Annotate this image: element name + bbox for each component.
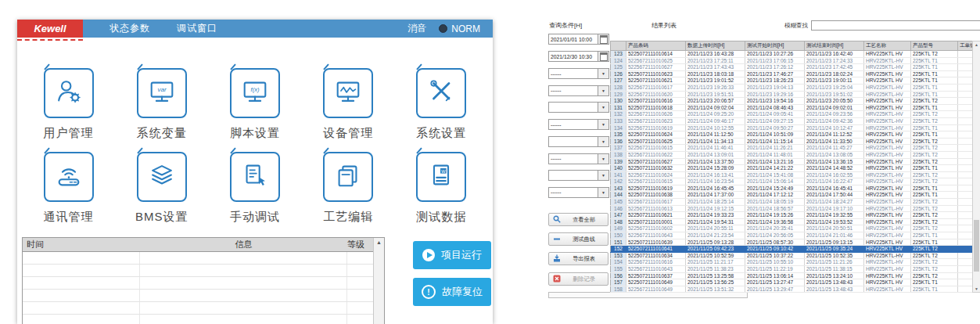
fuzzy-search-input[interactable]	[811, 20, 980, 31]
tile-user-management[interactable]: 用户管理	[22, 67, 115, 147]
result-row[interactable]: 12352250721110106142021/11/23 16:43:2820…	[611, 51, 973, 58]
fault-reset-button[interactable]: ! 故障复位	[413, 278, 491, 306]
calendar-button[interactable]	[598, 34, 609, 45]
result-row[interactable]: 15652250721110106372021/11/25 13:25:5820…	[611, 272, 973, 279]
result-row[interactable]: 15352250721110106342021/11/25 10:52:5920…	[611, 252, 973, 259]
results-column-header[interactable]: 产品条码	[626, 41, 686, 51]
result-row[interactable]: 14052250721110106322021/11/24 15:28:0920…	[611, 165, 973, 172]
end-time-value[interactable]: 2021/12/30 10:30	[548, 51, 598, 62]
test-curve-button[interactable]: 测试曲线	[548, 232, 608, 246]
results-scrollbar[interactable]: ▲ ▼	[972, 41, 980, 293]
tab-status-params[interactable]: 状态参数	[109, 22, 150, 35]
result-row[interactable]: 15452256721110106162021/11/25 11:21:1720…	[611, 259, 973, 266]
dropdown-value[interactable]	[548, 170, 598, 181]
result-row[interactable]: 14352250721110106192021/11/24 16:45:4520…	[611, 185, 973, 192]
result-row[interactable]: 13652250721110106252021/11/24 11:34:1320…	[611, 138, 973, 145]
result-row[interactable]: 13752256721110106152021/11/24 11:46:4120…	[611, 145, 973, 152]
start-time-value[interactable]: 2021/01/01 10:00	[548, 34, 598, 45]
tile-system-variables[interactable]: var系统变量	[115, 67, 208, 147]
result-row[interactable]: 12452256721110106252021/11/23 17:25:1120…	[611, 57, 973, 64]
results-column-header[interactable]: 测试开始时间[H]	[745, 41, 805, 51]
view-all-button[interactable]: 查看全部	[548, 213, 608, 226]
result-row[interactable]: 12852256721110106172021/11/23 19:26:3320…	[611, 84, 973, 91]
scroll-down-icon[interactable]: ▼	[973, 286, 980, 291]
result-row[interactable]: 14252256721110106152021/11/24 16:23:5420…	[611, 178, 973, 185]
scroll-up-icon[interactable]: ▲	[973, 42, 980, 47]
calendar-button[interactable]	[598, 51, 609, 62]
dropdown-value[interactable]	[548, 102, 598, 113]
dropdown-button[interactable]: ▼	[598, 85, 609, 96]
result-row[interactable]: 13952250721110106272021/11/24 13:37:5020…	[611, 158, 973, 165]
result-row[interactable]: 14552256721110106172021/11/24 18:25:1420…	[611, 199, 973, 206]
result-row[interactable]: 15152250721110106392021/11/25 09:13:2820…	[611, 239, 973, 246]
result-row[interactable]: 14452250721110106382021/11/24 17:37:0020…	[611, 192, 973, 199]
filter-dropdown-8[interactable]: ------▼	[548, 187, 609, 198]
result-row[interactable]: 12652250721110106232021/11/23 18:03:1820…	[611, 70, 973, 77]
dropdown-value[interactable]: ------	[548, 119, 598, 130]
mute-button[interactable]: 消音	[407, 22, 426, 35]
tile-device-management[interactable]: 设备管理	[302, 67, 395, 147]
result-row[interactable]: 14952256721110106022021/11/24 20:55:1120…	[611, 225, 973, 232]
results-column-header[interactable]: 工单编号	[958, 41, 973, 51]
filter-dropdown-5[interactable]: ▼	[548, 136, 609, 147]
result-row[interactable]: 14652256721110106132021/11/24 19:12:1520…	[611, 205, 973, 212]
result-row[interactable]: 15552256721110106432021/11/25 11:38:2320…	[611, 266, 973, 273]
scroll-thumb[interactable]	[974, 220, 979, 272]
tab-debug-window[interactable]: 调试窗口	[177, 22, 217, 35]
results-column-header[interactable]: 数据上传时间[H]	[686, 41, 745, 51]
scroll-up-icon[interactable]: ▲	[376, 239, 382, 245]
result-row[interactable]: 13052250721110106162021/11/23 20:06:5720…	[611, 98, 973, 105]
result-row[interactable]: 15252250721110106412021/11/25 09:42:2320…	[611, 246, 973, 253]
filter-dropdown-7[interactable]: ▼	[548, 170, 609, 181]
tile-process-editor[interactable]: 工艺编辑	[302, 150, 395, 231]
project-run-button[interactable]: 项目运行	[413, 241, 491, 269]
results-column-header[interactable]: 产品型号	[911, 41, 958, 51]
filter-dropdown-2[interactable]: ------▼	[548, 85, 609, 96]
result-row[interactable]: 13352256721110106232021/11/24 09:46:1720…	[611, 117, 973, 124]
result-row[interactable]: 13852256721110106222021/11/24 13:09:0120…	[611, 151, 973, 158]
dropdown-value[interactable]: ------	[548, 85, 598, 96]
result-row[interactable]: 13252256721110106262021/11/24 09:25:2020…	[611, 111, 973, 118]
result-row[interactable]: 15752250721110106492021/11/25 13:56:2520…	[611, 279, 973, 286]
dropdown-value[interactable]: ------	[548, 68, 598, 79]
dropdown-value[interactable]: ------	[548, 187, 598, 198]
tile-label: 工艺编辑	[323, 210, 373, 225]
filter-dropdown-3[interactable]: ▼	[548, 102, 609, 113]
dropdown-button[interactable]: ▼	[598, 170, 609, 181]
result-row[interactable]: 14152256721110106242021/11/24 16:13:4120…	[611, 171, 973, 178]
result-row[interactable]: 14752250721110106212021/11/24 19:33:2320…	[611, 212, 973, 219]
tile-bms-settings[interactable]: BMS设置	[115, 150, 208, 231]
dropdown-value[interactable]: ------	[548, 153, 598, 164]
delete-record-button[interactable]: 删除记录	[548, 272, 608, 286]
export-report-button[interactable]: 导出报表	[548, 252, 608, 265]
result-row[interactable]: 12552256721110106272021/11/23 17:43:4320…	[611, 64, 973, 71]
results-column-header[interactable]: 工艺名称	[864, 41, 911, 51]
tile-system-settings[interactable]: 系统设置	[395, 67, 488, 147]
dropdown-button[interactable]: ▼	[598, 102, 609, 113]
dropdown-button[interactable]: ▼	[598, 187, 609, 198]
tile-script-settings[interactable]: f(x)脚本设置	[208, 67, 301, 147]
kewell-brand-button[interactable]: Kewell	[17, 20, 83, 38]
dropdown-value[interactable]	[548, 136, 598, 147]
results-column-header[interactable]: 测试结束时间[H]	[805, 41, 864, 51]
result-row[interactable]: 13152250721110106182021/11/24 09:02:0420…	[611, 104, 973, 111]
result-row[interactable]: 15852256721110106492021/11/25 13:51:3220…	[611, 286, 973, 293]
user-gear-icon	[54, 77, 84, 110]
result-row[interactable]: 12952256721110106202021/11/23 19:51:5120…	[611, 91, 973, 98]
log-scrollbar[interactable]: ▲	[373, 238, 384, 324]
dropdown-button[interactable]: ▼	[598, 119, 609, 130]
filter-dropdown-4[interactable]: ------▼	[548, 119, 609, 130]
dropdown-button[interactable]: ▼	[598, 68, 609, 79]
dropdown-button[interactable]: ▼	[598, 153, 609, 164]
tile-test-data[interactable]: W测试数据	[395, 150, 488, 231]
dropdown-button[interactable]: ▼	[598, 136, 609, 147]
result-row[interactable]: 15052256721110106432021/11/24 21:23:5420…	[611, 232, 973, 239]
tile-manual-debug[interactable]: 手动调试	[208, 150, 301, 231]
tile-comm-management[interactable]: 通讯管理	[22, 150, 115, 231]
filter-dropdown-1[interactable]: ------▼	[548, 68, 609, 79]
result-row[interactable]: 13552250721110106242021/11/24 11:12:5020…	[611, 131, 973, 139]
result-row[interactable]: 13452256721110106192021/11/24 10:12:5520…	[611, 124, 973, 131]
filter-dropdown-6[interactable]: ------▼	[548, 153, 609, 164]
result-row[interactable]: 12752250721110106212021/11/23 19:01:5220…	[611, 77, 973, 85]
result-row[interactable]: 14852250721110100012021/11/24 19:54:3120…	[611, 218, 973, 225]
